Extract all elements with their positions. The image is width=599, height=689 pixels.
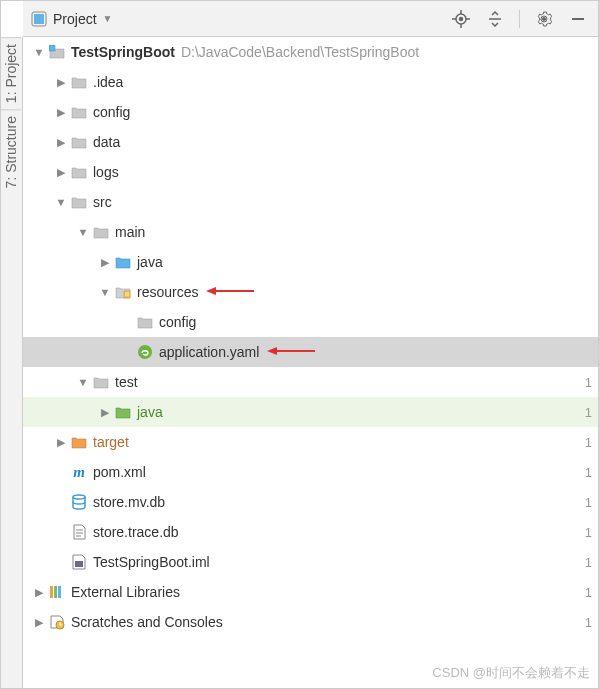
svg-point-9 xyxy=(542,17,546,21)
svg-marker-19 xyxy=(267,347,277,355)
caret-right-icon[interactable]: ▶ xyxy=(53,166,69,179)
caret-down-icon[interactable]: ▼ xyxy=(97,286,113,298)
text-file-icon xyxy=(69,524,89,540)
tree-row-root[interactable]: ▼ TestSpringBoot D:\JavaCode\Backend\Tes… xyxy=(23,37,598,67)
node-label: store.mv.db xyxy=(93,494,165,510)
editor-line-number: 1 xyxy=(585,375,592,390)
node-label: main xyxy=(115,224,145,240)
gutter-tab-structure[interactable]: 7: Structure xyxy=(1,109,21,194)
editor-line-number: 1 xyxy=(585,405,592,420)
tree-row-iml[interactable]: ▶ TestSpringBoot.iml 1 xyxy=(23,547,598,577)
resources-folder-icon xyxy=(113,285,133,299)
folder-icon xyxy=(69,75,89,89)
tree-row-res-config[interactable]: ▶ config xyxy=(23,307,598,337)
node-label: .idea xyxy=(93,74,123,90)
collapse-all-button[interactable] xyxy=(485,9,505,29)
editor-line-number: 1 xyxy=(585,465,592,480)
tree-row-main[interactable]: ▼ main xyxy=(23,217,598,247)
tree-row-pom[interactable]: ▶ m pom.xml 1 xyxy=(23,457,598,487)
folder-icon xyxy=(69,135,89,149)
caret-right-icon[interactable]: ▶ xyxy=(53,436,69,449)
folder-icon xyxy=(69,195,89,209)
gutter-tab-label: 1: Project xyxy=(3,44,19,103)
project-icon xyxy=(31,11,47,27)
svg-rect-1 xyxy=(34,14,44,24)
editor-line-number: 1 xyxy=(585,525,592,540)
caret-right-icon[interactable]: ▶ xyxy=(97,406,113,419)
node-label: test xyxy=(115,374,138,390)
node-label: java xyxy=(137,404,163,420)
editor-line-number: 1 xyxy=(585,555,592,570)
project-toolbar: Project ▼ xyxy=(23,1,598,37)
folder-icon xyxy=(69,105,89,119)
editor-line-number: 1 xyxy=(585,615,592,630)
tree-row-external-libraries[interactable]: ▶ External Libraries 1 xyxy=(23,577,598,607)
node-label: config xyxy=(159,314,196,330)
hide-button[interactable] xyxy=(568,9,588,29)
caret-right-icon[interactable]: ▶ xyxy=(53,76,69,89)
svg-point-17 xyxy=(138,345,152,359)
node-label: java xyxy=(137,254,163,270)
tree-row-application-yaml[interactable]: ▶ application.yaml xyxy=(23,337,598,367)
database-file-icon xyxy=(69,494,89,510)
node-label: External Libraries xyxy=(71,584,180,600)
module-folder-icon xyxy=(47,45,67,59)
module-file-icon xyxy=(69,554,89,570)
svg-rect-27 xyxy=(58,586,61,598)
tree-row-idea[interactable]: ▶ .idea xyxy=(23,67,598,97)
watermark: CSDN @时间不会赖着不走 xyxy=(432,664,590,682)
maven-file-icon: m xyxy=(69,464,89,481)
tree-row-scratches[interactable]: ▶ Scratches and Consoles 1 xyxy=(23,607,598,637)
tree-row-test[interactable]: ▼ test 1 xyxy=(23,367,598,397)
node-label: pom.xml xyxy=(93,464,146,480)
tree-row-logs[interactable]: ▶ logs xyxy=(23,157,598,187)
tree-row-store-mv[interactable]: ▶ store.mv.db 1 xyxy=(23,487,598,517)
caret-right-icon[interactable]: ▶ xyxy=(97,256,113,269)
caret-down-icon[interactable]: ▼ xyxy=(75,376,91,388)
node-label: Scratches and Consoles xyxy=(71,614,223,630)
project-tree: ▼ TestSpringBoot D:\JavaCode\Backend\Tes… xyxy=(23,37,598,688)
tree-row-main-java[interactable]: ▶ java xyxy=(23,247,598,277)
gutter-tab-label: 7: Structure xyxy=(3,116,19,188)
editor-line-number: 1 xyxy=(585,585,592,600)
node-label: application.yaml xyxy=(159,344,259,360)
toolbar-actions xyxy=(451,9,598,29)
tree-row-store-trace[interactable]: ▶ store.trace.db 1 xyxy=(23,517,598,547)
svg-rect-11 xyxy=(49,45,55,51)
scratches-icon xyxy=(47,614,67,630)
svg-rect-26 xyxy=(54,586,57,598)
locate-button[interactable] xyxy=(451,9,471,29)
caret-right-icon[interactable]: ▶ xyxy=(53,106,69,119)
settings-button[interactable] xyxy=(534,9,554,29)
node-label: logs xyxy=(93,164,119,180)
gutter-tab-project[interactable]: 1: Project xyxy=(1,37,21,109)
caret-down-icon[interactable]: ▼ xyxy=(75,226,91,238)
node-label: config xyxy=(93,104,130,120)
annotation-arrow-icon xyxy=(206,284,254,301)
caret-down-icon[interactable]: ▼ xyxy=(53,196,69,208)
source-folder-icon xyxy=(113,255,133,269)
test-source-folder-icon xyxy=(113,405,133,419)
folder-icon xyxy=(91,225,111,239)
root-name: TestSpringBoot xyxy=(71,44,175,60)
caret-down-icon[interactable]: ▼ xyxy=(31,46,47,58)
node-label: src xyxy=(93,194,112,210)
tree-row-config[interactable]: ▶ config xyxy=(23,97,598,127)
excluded-folder-icon xyxy=(69,435,89,449)
project-view-selector[interactable]: Project ▼ xyxy=(23,1,120,36)
tree-row-resources[interactable]: ▼ resources xyxy=(23,277,598,307)
editor-line-number: 1 xyxy=(585,435,592,450)
tree-row-data[interactable]: ▶ data xyxy=(23,127,598,157)
tree-row-target[interactable]: ▶ target 1 xyxy=(23,427,598,457)
tree-row-src[interactable]: ▼ src xyxy=(23,187,598,217)
svg-rect-12 xyxy=(124,291,130,298)
caret-right-icon[interactable]: ▶ xyxy=(53,136,69,149)
separator xyxy=(519,10,520,28)
left-gutter: 1: Project 7: Structure xyxy=(1,37,23,689)
tree-row-test-java[interactable]: ▶ java 1 xyxy=(23,397,598,427)
folder-icon xyxy=(69,165,89,179)
caret-right-icon[interactable]: ▶ xyxy=(31,586,47,599)
root-path: D:\JavaCode\Backend\TestSpringBoot xyxy=(181,44,419,60)
folder-icon xyxy=(91,375,111,389)
caret-right-icon[interactable]: ▶ xyxy=(31,616,47,629)
